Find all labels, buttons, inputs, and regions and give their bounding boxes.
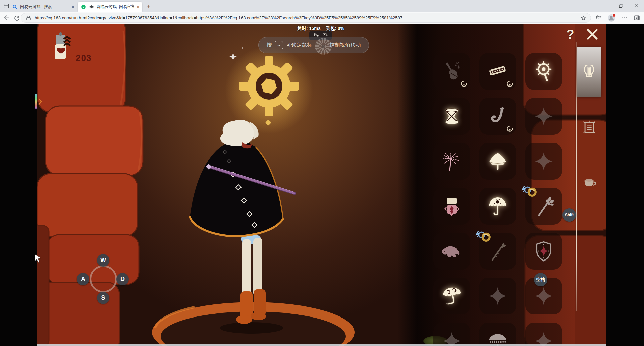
slot-sparkle[interactable]: [433, 323, 470, 346]
gold-rings-icon: [475, 228, 494, 248]
tooltip-view: 控制视角移动: [330, 42, 361, 49]
firework-icon: [441, 151, 463, 172]
tooltip-press: 按: [267, 42, 272, 49]
slot-fringe-parasol[interactable]: [479, 323, 516, 346]
sparkle-icon: [487, 285, 508, 307]
sidebar-tab-cup[interactable]: [583, 176, 597, 191]
tab-close-icon[interactable]: ×: [71, 4, 74, 9]
tab-audio-icon[interactable]: [89, 4, 94, 10]
tilde-keycap: ~: [275, 41, 283, 49]
slot-violin[interactable]: [433, 53, 470, 90]
panel-sidebar: [575, 24, 606, 346]
slot-sparkle[interactable]: [525, 143, 562, 180]
sidebar-panel-icon[interactable]: [633, 14, 640, 21]
sidebar-tab-clipboard[interactable]: [581, 120, 597, 136]
video-bottom-edge: [37, 344, 606, 346]
favorites-bar-icon[interactable]: [595, 14, 602, 21]
musicbox-icon: [441, 195, 463, 217]
key-a[interactable]: A: [77, 273, 89, 285]
playable-badge-icon: [460, 80, 468, 88]
window-close-button[interactable]: [629, 0, 644, 12]
cup-icon: [582, 175, 598, 192]
mouse-lock-tooltip: 按 ~ 可锁定鼠标 控制视角移动: [258, 37, 369, 53]
manatee-icon: [441, 240, 463, 262]
slot-fan[interactable]: [525, 53, 562, 90]
slot-sparkle[interactable]: [479, 278, 516, 314]
shift-key-badge: Shift: [562, 208, 576, 222]
slot-umbrella-cat[interactable]: [479, 188, 516, 225]
key-d[interactable]: D: [116, 273, 129, 285]
inventory-grid: [433, 53, 562, 346]
packet-loss-value: 0%: [338, 26, 344, 31]
screen: 网易云游戏 - 搜索 × 网易云游戏_网易官方云游戏平台 × +: [0, 0, 644, 346]
key-s[interactable]: S: [97, 292, 109, 304]
slot-flower-staff[interactable]: [525, 188, 562, 225]
new-tab-button[interactable]: +: [145, 3, 152, 10]
browser-tab-bar: 网易云游戏 - 搜索 × 网易云游戏_网易官方云游戏平台 × +: [0, 0, 644, 12]
address-bar[interactable]: https://cg.163.com/run.html?code=gy_vivo…: [21, 13, 591, 23]
letterbox-right: [606, 24, 644, 346]
tab-close-icon[interactable]: ×: [137, 4, 140, 9]
slot-shield[interactable]: [525, 233, 562, 270]
saxophone-icon: [487, 106, 508, 127]
clipboard-icon: [582, 120, 597, 136]
hat-icon: [487, 151, 508, 172]
slot-hat[interactable]: [479, 143, 516, 180]
slot-spear[interactable]: [479, 233, 516, 270]
profile-avatar[interactable]: [608, 14, 615, 22]
slot-musicbox[interactable]: [433, 188, 470, 225]
slot-harmonica[interactable]: [479, 53, 516, 90]
close-panel-button[interactable]: [585, 27, 600, 42]
rainbow-edge-glow: [35, 94, 37, 109]
fan-icon: [533, 61, 554, 82]
sparkle-icon: [533, 106, 554, 127]
space-key-badge: 空格: [534, 273, 547, 286]
netease-logo-icon: [80, 4, 86, 10]
help-button[interactable]: ?: [564, 27, 577, 42]
playable-badge-icon: [506, 80, 514, 88]
refresh-icon[interactable]: [13, 14, 20, 21]
tab-cloud-game[interactable]: 网易云游戏_网易官方云游戏平台 ×: [78, 2, 142, 12]
currency-count: 203: [76, 53, 91, 63]
back-icon[interactable]: [3, 14, 10, 21]
playable-badge-icon: [506, 125, 514, 133]
favorite-star-icon[interactable]: [580, 15, 587, 21]
notification-dot: [612, 14, 616, 17]
sidebar-scrollbar[interactable]: [576, 42, 577, 311]
mouse-cursor-icon: [34, 254, 43, 263]
browser-toolbar: https://cg.163.com/run.html?code=gy_vivo…: [0, 12, 644, 24]
gold-gear-glyph: [239, 56, 299, 116]
slot-spiral-umbrella[interactable]: [433, 278, 470, 314]
gold-rings-icon: [521, 183, 540, 203]
window-restore-button[interactable]: [613, 0, 629, 12]
key-w[interactable]: W: [97, 254, 109, 267]
shield-icon: [533, 240, 554, 262]
latency-label: 延时:: [297, 26, 308, 31]
latency-value: 15ms: [309, 26, 321, 31]
slot-drum[interactable]: [433, 98, 470, 135]
slot-firework[interactable]: [433, 143, 470, 180]
candle-currency-icon: [50, 32, 72, 61]
fringe-parasol-icon: [487, 330, 508, 346]
harp-icon: [581, 64, 597, 80]
violin-icon: [441, 61, 463, 82]
tab-search[interactable]: 网易云游戏 - 搜索 ×: [9, 2, 77, 12]
slot-sparkle[interactable]: [525, 98, 562, 135]
game-viewport[interactable]: 延时: 15ms 丢包: 0% 按 ~ 可锁定鼠标 控制视角移动: [0, 24, 644, 346]
harmonica-icon: [487, 61, 508, 82]
chevron-right-icon[interactable]: [38, 98, 42, 105]
slot-manatee[interactable]: [433, 233, 470, 270]
slot-sparkle[interactable]: [525, 323, 562, 346]
search-icon: [12, 4, 18, 10]
sidebar-tab-harp[interactable]: [577, 47, 601, 97]
drum-icon: [441, 106, 463, 127]
letterbox-left: [0, 24, 37, 346]
tab-actions-icon[interactable]: [3, 2, 10, 10]
sparkle-icon: [533, 330, 554, 346]
tooltip-lock: 可锁定鼠标: [286, 42, 312, 49]
url-text[interactable]: https://cg.163.com/run.html?code=gy_vivo…: [35, 15, 577, 20]
slot-saxophone[interactable]: [479, 98, 516, 135]
window-minimize-button[interactable]: [598, 0, 613, 12]
more-menu-icon[interactable]: [621, 14, 628, 21]
tab-title: 网易云游戏 - 搜索: [20, 4, 52, 10]
